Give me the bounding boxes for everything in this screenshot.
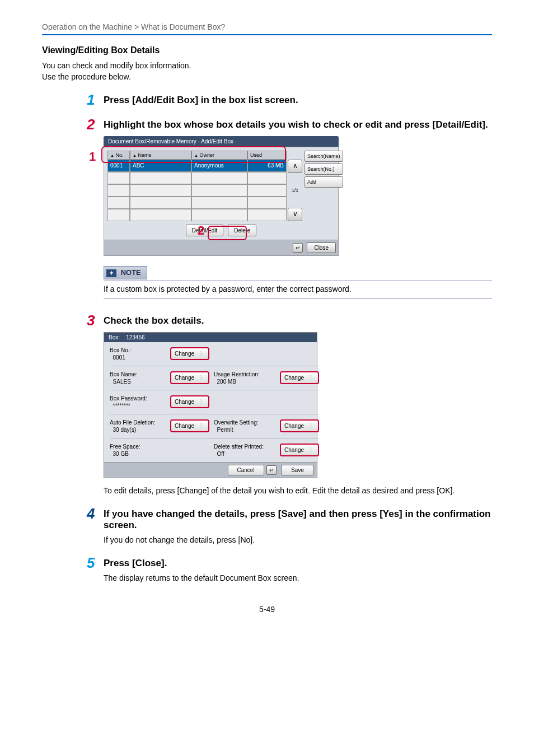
step-number-4: 4 (87, 505, 95, 522)
delete-button[interactable]: Delete (228, 225, 256, 236)
change-overwrite-button[interactable]: Change〉 (280, 419, 319, 432)
step-title-5: Press [Close]. (104, 558, 492, 569)
table-row[interactable] (107, 184, 287, 197)
box-name-label: Box Name: SALES (110, 371, 166, 385)
page-indicator: 1/1 (288, 173, 302, 208)
col-header-used[interactable]: Used (247, 151, 287, 160)
callout-1-label: 1 (89, 150, 96, 164)
step-number-1: 1 (87, 91, 95, 109)
dialog-title: Document Box/Removable Memory - Add/Edit… (104, 136, 339, 147)
change-box-name-button[interactable]: Change〉 (170, 371, 209, 384)
intro-text-1: You can check and modify box information… (42, 61, 492, 70)
intro-text-2: Use the procedure below. (42, 72, 492, 81)
save-button[interactable]: Save (282, 465, 313, 475)
close-button[interactable]: Close (307, 242, 336, 253)
enter-icon: ↵ (266, 465, 277, 475)
screenshot-box-list: 1 2 Document Box/Removable Memory - Add/… (104, 136, 339, 256)
step-title-2: Highlight the box whose box details you … (104, 119, 492, 130)
scroll-down-button[interactable]: ∨ (288, 208, 302, 221)
free-space-label: Free Space: 30 GB (110, 443, 166, 458)
change-autodel-button[interactable]: Change〉 (170, 419, 209, 432)
table-row[interactable] (107, 197, 287, 209)
header-rule (42, 34, 492, 35)
auto-file-deletion-label: Auto File Deletion: 30 day(s) (110, 419, 166, 433)
cancel-button[interactable]: Cancel (228, 465, 264, 475)
callout-2-label: 2 (198, 223, 204, 238)
change-password-button[interactable]: Change〉 (170, 395, 209, 408)
table-row[interactable] (107, 209, 287, 221)
cell-no: 0001 (107, 160, 130, 172)
note-box: ✦ NOTE If a custom box is protected by a… (104, 266, 492, 298)
cell-owner: Anonymous (191, 160, 247, 172)
cell-used: 63 MB (247, 160, 287, 172)
section-title: Viewing/Editing Box Details (42, 45, 492, 55)
breadcrumb: Operation on the Machine > What is Docum… (42, 22, 492, 34)
step-number-2: 2 (87, 116, 95, 133)
step-number-3: 3 (87, 312, 95, 329)
change-usage-button[interactable]: Change〉 (280, 371, 319, 384)
enter-icon: ↵ (293, 243, 303, 253)
delete-after-printed-label: Delete after Printed: Off (214, 443, 275, 458)
change-delafter-button[interactable]: Change〉 (280, 444, 319, 456)
table-header: ▲ No. ▲ Name ▲ Owner Used (107, 151, 302, 160)
dialog-title: Box: 123456 (104, 333, 317, 342)
step-number-5: 5 (87, 554, 95, 572)
step-4-body: If you do not change the details, press … (104, 535, 492, 544)
box-password-label: Box Password: ******** (110, 395, 166, 409)
step-3-body: To edit details, press [Change] of the d… (104, 486, 492, 495)
step-title-1: Press [Add/Edit Box] in the box list scr… (104, 95, 492, 106)
page-number: 5-49 (42, 605, 492, 614)
table-row[interactable]: 0001 ABC Anonymous 63 MB (107, 160, 287, 172)
box-no-label: Box No.: 0001 (110, 347, 166, 361)
screenshot-box-details: Box: 123456 Box No.: 0001 Change〉 Box Na… (104, 332, 492, 478)
step-5-body: The display returns to the default Docum… (104, 573, 492, 582)
scroll-up-button[interactable]: ∧ (288, 160, 302, 173)
cell-name: ABC (130, 160, 191, 172)
table-row[interactable] (107, 172, 287, 184)
note-icon: ✦ (106, 269, 116, 277)
note-label: NOTE (121, 268, 141, 277)
col-header-no[interactable]: ▲ No. (107, 151, 130, 160)
detail-edit-button[interactable]: Detail/Edit (186, 225, 224, 236)
change-box-no-button[interactable]: Change〉 (170, 347, 209, 360)
step-title-3: Check the box details. (104, 315, 492, 326)
usage-restriction-label: Usage Restriction: 200 MB (214, 371, 275, 385)
overwrite-setting-label: Overwrite Setting: Permit (214, 419, 275, 433)
add-button[interactable]: Add (305, 176, 343, 188)
note-text: If a custom box is protected by a passwo… (104, 284, 492, 293)
search-name-button[interactable]: Search(Name) (305, 151, 343, 162)
col-header-owner[interactable]: ▲ Owner (191, 151, 247, 160)
step-title-4: If you have changed the details, press [… (104, 508, 492, 531)
col-header-name[interactable]: ▲ Name (130, 151, 191, 160)
search-no-button[interactable]: Search(No.) (305, 164, 343, 175)
